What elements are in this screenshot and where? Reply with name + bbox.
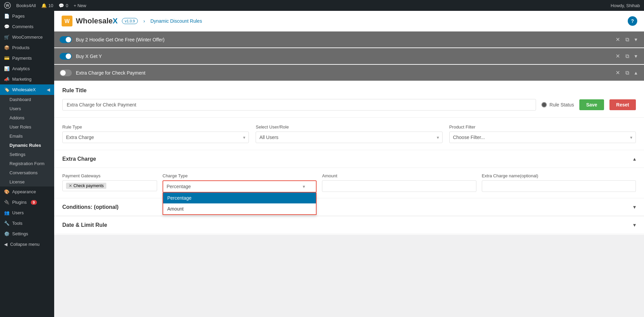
save-button[interactable]: Save — [579, 99, 604, 110]
sidebar-item-plugins[interactable]: 🔌 Plugins 9 — [0, 197, 54, 207]
sidebar-sub-addons[interactable]: Addons — [0, 113, 54, 122]
user-role-select[interactable]: All Users Guest Registered — [256, 132, 442, 143]
rule-title-label: Rule Title — [62, 87, 636, 94]
charge-type-value: Percentage — [167, 184, 191, 189]
rule2-toggle[interactable] — [60, 53, 72, 60]
charge-type-trigger[interactable]: Percentage ▾ — [163, 180, 317, 193]
rule1-delete-icon[interactable]: ✕ — [614, 36, 621, 43]
check-payments-tag: ✕ Check payments — [66, 183, 106, 189]
sidebar-item-comments[interactable]: 💬 Comments — [0, 21, 54, 32]
charge-type-option-percentage[interactable]: Percentage — [163, 193, 316, 203]
sidebar-sub-registration-form[interactable]: Registration Form — [0, 159, 54, 168]
wp-logo-icon: W — [4, 2, 11, 9]
sidebar-sub-conversations[interactable]: Conversations — [0, 168, 54, 177]
rule3-delete-icon[interactable]: ✕ — [614, 69, 621, 77]
product-filter-select[interactable]: Choose Filter... All Products Specific P… — [449, 132, 636, 143]
main-layout: 📄 Pages 💬 Comments 🛒 WooCommerce 📦 Produ… — [0, 11, 644, 317]
rule-card-header-2[interactable]: Buy X Get Y ✕ ⧉ ▾ — [54, 48, 644, 64]
amount-input[interactable] — [322, 180, 476, 192]
sidebar-sub-dynamic-rules[interactable]: Dynamic Rules — [0, 141, 54, 150]
rule-card-3: Extra Charge for Check Payment ✕ ⧉ ▴ Rul… — [54, 65, 644, 235]
user-greeting[interactable]: Howdy, Shihab — [611, 3, 640, 8]
conditions-section-header[interactable]: Conditions: (optional) ▾ — [54, 198, 644, 216]
sidebar-item-users[interactable]: 👥 Users — [0, 207, 54, 218]
rule-card-header-1[interactable]: Buy 2 Hoodie Get One Free (Winter Offer)… — [54, 32, 644, 47]
rule2-delete-icon[interactable]: ✕ — [614, 52, 621, 60]
collapse-icon: ◀ — [4, 242, 7, 247]
site-name[interactable]: Books4All — [16, 3, 36, 8]
sidebar-sub-user-roles[interactable]: User Roles — [0, 122, 54, 132]
rule2-copy-icon[interactable]: ⧉ — [624, 53, 630, 60]
help-button[interactable]: ? — [628, 16, 637, 26]
wholesalex-arrow-icon: ◀ — [47, 87, 50, 92]
sidebar: 📄 Pages 💬 Comments 🛒 WooCommerce 📦 Produ… — [0, 11, 54, 317]
rule2-title: Buy X Get Y — [76, 54, 610, 59]
extra-charge-section: Extra Charge ▴ Payment Gateways ✕ Check … — [54, 150, 644, 198]
sidebar-item-settings[interactable]: ⚙️ Settings — [0, 229, 54, 239]
sidebar-item-products[interactable]: 📦 Products — [0, 42, 54, 53]
rule3-toggle[interactable] — [60, 70, 72, 76]
reset-button[interactable]: Reset — [609, 99, 636, 110]
charge-header-row: Payment Gateways ✕ Check payments Charge… — [62, 173, 636, 193]
tag-remove-icon[interactable]: ✕ — [69, 183, 72, 188]
rule2-expand-icon[interactable]: ▾ — [633, 52, 639, 60]
conditions-chevron-icon: ▾ — [633, 204, 636, 210]
rule-card-header-3[interactable]: Extra Charge for Check Payment ✕ ⧉ ▴ — [54, 65, 644, 81]
tag-label: Check payments — [73, 183, 104, 188]
main-content: W WholesaleX v1.0.9 › Dynamic Discount R… — [54, 11, 644, 317]
rule3-actions: ✕ ⧉ ▴ — [614, 69, 639, 77]
rule3-toggle-knob — [60, 70, 66, 76]
sidebar-item-marketing[interactable]: 📣 Marketing — [0, 74, 54, 84]
tools-icon: 🔧 — [4, 221, 9, 226]
woo-icon: 🛒 — [4, 35, 9, 40]
product-filter-select-wrapper: Choose Filter... All Products Specific P… — [449, 132, 636, 143]
rule3-collapse-icon[interactable]: ▴ — [633, 69, 639, 77]
extra-charge-name-col: Extra Charge name(optional) — [482, 173, 636, 192]
comment-item[interactable]: 💬 0 — [59, 3, 68, 8]
sidebar-item-payments[interactable]: 💳 Payments — [0, 53, 54, 63]
conditions-title: Conditions: (optional) — [62, 204, 119, 210]
sidebar-item-wholesalex[interactable]: 🏷️ WholesaleX ◀ — [0, 84, 54, 95]
sidebar-item-tools[interactable]: 🔧 Tools — [0, 218, 54, 229]
sidebar-sub-license[interactable]: License — [0, 177, 54, 186]
payment-gateways-label: Payment Gateways — [62, 173, 157, 178]
users-icon: 👥 — [4, 210, 9, 215]
sidebar-item-pages[interactable]: 📄 Pages — [0, 11, 54, 21]
new-item[interactable]: + New — [74, 3, 86, 8]
settings-icon: ⚙️ — [4, 231, 9, 236]
charge-type-option-amount[interactable]: Amount — [163, 203, 316, 214]
sidebar-sub-users[interactable]: Users — [0, 104, 54, 113]
rule3-copy-icon[interactable]: ⧉ — [624, 69, 630, 77]
date-limit-section-header[interactable]: Date & Limit Rule ▾ — [54, 216, 644, 234]
extra-charge-name-label: Extra Charge name(optional) — [482, 173, 636, 178]
sidebar-item-collapse[interactable]: ◀ Collapse menu — [0, 239, 54, 250]
svg-text:W: W — [6, 3, 9, 7]
rule-fields-grid: Rule Type Extra Charge Discount Free Shi… — [62, 124, 636, 143]
notification-item[interactable]: 🔔 10 — [41, 3, 53, 8]
rule1-copy-icon[interactable]: ⧉ — [624, 36, 630, 43]
amount-label: Amount — [322, 173, 476, 178]
sidebar-item-analytics[interactable]: 📊 Analytics — [0, 63, 54, 74]
rule-type-label: Rule Type — [62, 124, 249, 130]
plugins-badge: 9 — [31, 200, 37, 205]
rule1-toggle[interactable] — [60, 36, 72, 43]
admin-bar: W Books4All 🔔 10 💬 0 + New Howdy, Shihab — [0, 0, 644, 11]
sidebar-sub-emails[interactable]: Emails — [0, 132, 54, 141]
payment-gateways-col: Payment Gateways ✕ Check payments — [62, 173, 157, 191]
extra-charge-section-header[interactable]: Extra Charge ▴ — [54, 150, 644, 168]
sidebar-sub-settings[interactable]: Settings — [0, 150, 54, 159]
sidebar-item-appearance[interactable]: 🎨 Appearance — [0, 186, 54, 197]
user-role-group: Select User/Role All Users Guest Registe… — [256, 124, 442, 143]
rule-title-input[interactable] — [62, 99, 536, 111]
rule-type-select[interactable]: Extra Charge Discount Free Shipping — [62, 132, 249, 143]
rule1-expand-icon[interactable]: ▾ — [633, 36, 639, 43]
extra-charge-name-input[interactable] — [482, 180, 636, 192]
sidebar-item-woocommerce[interactable]: 🛒 WooCommerce — [0, 32, 54, 42]
date-limit-chevron-icon: ▾ — [633, 222, 636, 228]
analytics-icon: 📊 — [4, 66, 9, 71]
sidebar-sub-dashboard[interactable]: Dashboard — [0, 95, 54, 104]
rule-title-section: Rule Title Rule Status Save Reset — [54, 81, 644, 117]
payment-tag-input[interactable]: ✕ Check payments — [62, 180, 157, 191]
wp-logo-link[interactable]: W — [4, 2, 11, 9]
charge-type-dropdown: Percentage ▾ Percentage Amount — [163, 180, 317, 193]
